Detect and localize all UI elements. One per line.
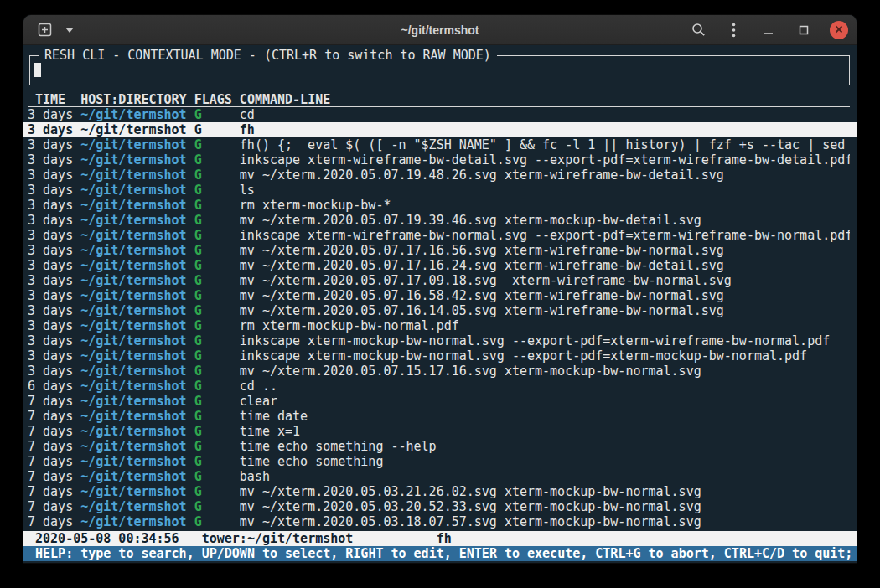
history-row[interactable]: 7 days ~/git/termshot G time x=1 [28,424,850,439]
row-directory: ~/git/termshot [80,514,194,529]
row-directory: ~/git/termshot [80,348,194,364]
history-row[interactable]: 3 days ~/git/termshot G mv ~/xterm.2020.… [28,213,850,228]
row-command: clear [240,394,850,409]
row-command: time date [240,409,850,424]
row-flag: G [194,514,240,529]
row-command: ls [240,183,850,198]
row-age: 3 days [28,213,80,228]
terminal-content[interactable]: RESH CLI - CONTEXTUAL MODE - (CTRL+R to … [23,45,857,563]
row-directory: ~/git/termshot [80,137,194,152]
titlebar[interactable]: ~/git/termshot [23,15,857,45]
row-age: 3 days [28,288,80,303]
menu-button[interactable] [724,20,743,40]
row-flag: G [194,439,240,454]
row-flag: G [194,348,240,364]
restore-button[interactable] [795,20,813,40]
row-age: 3 days [28,273,80,288]
history-row[interactable]: 7 days ~/git/termshot G time date [28,409,850,424]
row-directory: ~/git/termshot [80,168,194,183]
new-tab-button[interactable] [35,20,54,40]
desktop-background: ~/git/termshot [0,0,880,588]
row-flag: G [194,379,240,394]
row-directory: ~/git/termshot [80,303,194,318]
row-directory: ~/git/termshot [80,258,194,273]
history-row[interactable]: 3 days ~/git/termshot G inkscape xterm-m… [28,333,850,348]
minimize-icon [763,24,774,36]
row-command: inkscape xterm-mockup-bw-normal.svg --ex… [240,333,850,348]
row-age: 3 days [28,333,80,348]
row-command: inkscape xterm-mockup-bw-normal.svg --ex… [240,348,850,364]
row-directory: ~/git/termshot [80,364,194,379]
row-command: cd .. [240,379,850,394]
row-age: 7 days [28,484,80,499]
row-age: 3 days [28,228,80,243]
search-icon [691,23,706,37]
row-directory: ~/git/termshot [80,152,194,168]
row-age: 3 days [28,258,80,273]
row-directory: ~/git/termshot [80,273,194,288]
text-cursor [34,63,41,77]
search-button[interactable] [689,20,707,40]
row-age: 7 days [28,454,80,469]
history-row[interactable]: 3 days ~/git/termshot G inkscape xterm-w… [28,228,850,243]
history-row[interactable]: 3 days ~/git/termshot G mv ~/xterm.2020.… [28,364,850,379]
history-columns-header: TIME HOST:DIRECTORY FLAGS COMMAND-LINE [28,92,850,107]
history-row[interactable]: 7 days ~/git/termshot G mv ~/xterm.2020.… [28,484,850,499]
row-age: 7 days [28,499,80,514]
history-row[interactable]: 7 days ~/git/termshot G clear [28,394,850,409]
row-age: 3 days [28,198,80,213]
restore-icon [798,24,810,36]
row-flag: G [194,409,240,424]
history-row[interactable]: 3 days ~/git/termshot G mv ~/xterm.2020.… [28,273,850,288]
row-age: 7 days [28,514,80,529]
history-row[interactable]: 6 days ~/git/termshot G cd .. [28,379,850,394]
minimize-button[interactable] [759,20,778,40]
history-row[interactable]: 3 days ~/git/termshot G inkscape xterm-w… [28,152,850,168]
history-row[interactable]: 3 days ~/git/termshot G mv ~/xterm.2020.… [28,288,850,303]
row-age: 3 days [28,303,80,318]
tab-dropdown-button[interactable] [60,20,79,40]
row-age: 3 days [28,348,80,364]
history-row[interactable]: 3 days ~/git/termshot G inkscape xterm-m… [28,348,850,364]
titlebar-right-controls [689,20,848,40]
row-command: mv ~/xterm.2020.05.07.17.16.24.svg xterm… [240,258,850,273]
row-directory: ~/git/termshot [80,394,194,409]
resh-mode-title: RESH CLI - CONTEXTUAL MODE - (CTRL+R to … [39,48,497,63]
row-age: 7 days [28,469,80,484]
history-row[interactable]: 7 days ~/git/termshot G mv ~/xterm.2020.… [28,514,850,529]
row-directory: ~/git/termshot [80,454,194,469]
history-row[interactable]: 3 days ~/git/termshot G ls [28,183,850,198]
history-row[interactable]: 3 days ~/git/termshot G mv ~/xterm.2020.… [28,168,850,183]
row-age: 3 days [28,168,80,183]
history-row[interactable]: 7 days ~/git/termshot G bash [28,469,850,484]
history-row[interactable]: 7 days ~/git/termshot G mv ~/xterm.2020.… [28,499,850,514]
status-command: fh [437,531,452,546]
row-flag: G [194,258,240,273]
history-row[interactable]: 3 days ~/git/termshot G mv ~/xterm.2020.… [28,243,850,258]
row-command: fh [240,122,857,137]
history-row[interactable]: 3 days ~/git/termshot G fh [23,122,857,137]
row-command: time echo something --help [240,439,850,454]
row-directory: ~/git/termshot [80,484,194,499]
row-command: mv ~/xterm.2020.05.07.15.17.16.svg xterm… [240,364,850,379]
row-directory: ~/git/termshot [80,122,194,137]
history-row[interactable]: 3 days ~/git/termshot G rm xterm-mockup-… [28,198,850,213]
row-command: mv ~/xterm.2020.05.07.19.48.26.svg xterm… [240,168,850,183]
close-button[interactable] [830,21,848,39]
history-row[interactable]: 3 days ~/git/termshot G cd [28,107,850,122]
row-flag: G [194,454,240,469]
row-directory: ~/git/termshot [80,198,194,213]
history-row[interactable]: 7 days ~/git/termshot G time echo someth… [28,454,850,469]
history-row[interactable]: 3 days ~/git/termshot G fh() {; eval $( … [28,137,850,152]
row-flag: G [194,168,240,183]
history-row[interactable]: 3 days ~/git/termshot G mv ~/xterm.2020.… [28,303,850,318]
row-command: mv ~/xterm.2020.05.03.21.26.02.svg xterm… [240,484,850,499]
row-command: mv ~/xterm.2020.05.07.19.39.46.svg xterm… [240,213,850,228]
history-row[interactable]: 3 days ~/git/termshot G rm xterm-mockup-… [28,318,850,333]
row-flag: G [194,243,240,258]
row-command: fh() {; eval $( ([ -n "$ZSH_NAME" ] && f… [240,137,850,152]
history-row[interactable]: 3 days ~/git/termshot G mv ~/xterm.2020.… [28,258,850,273]
row-directory: ~/git/termshot [80,243,194,258]
history-row[interactable]: 7 days ~/git/termshot G time echo someth… [28,439,850,454]
row-directory: ~/git/termshot [80,333,194,348]
